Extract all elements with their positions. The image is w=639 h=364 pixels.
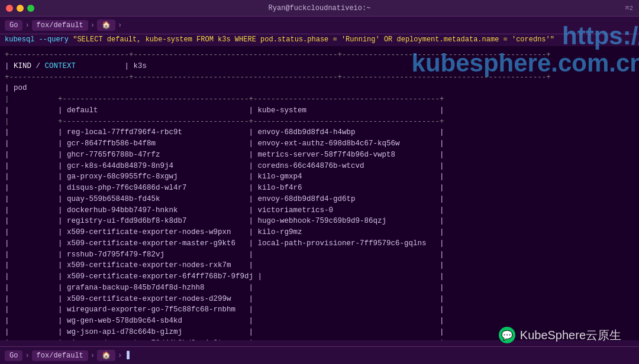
pod-row-19: | | wg-json-api-d78c664b-glzmj | | — [0, 327, 639, 338]
close-button[interactable] — [6, 5, 13, 12]
nav-bar: Go › fox/default › 🏠 › — [0, 17, 639, 34]
pod-row-14: | | x509-certificate-exporter-6f4ff768b7… — [0, 271, 639, 282]
nav-home[interactable]: 🏠 — [97, 20, 115, 31]
bottom-go-label: Go — [9, 352, 18, 360]
pod-border: | +-------------------------------------… — [0, 94, 639, 105]
command-text: kubesql --query — [5, 35, 73, 44]
bottom-home[interactable]: 🏠 — [97, 350, 115, 361]
pod-header-sep: | +-------------------------------------… — [0, 116, 639, 128]
pod-row-5: | | ga-proxy-68c9955ffc-8xgwj | kilo-gmx… — [0, 171, 639, 183]
command-bar: kubesql --query "SELECT default, kube-sy… — [0, 34, 639, 46]
window-title: Ryan@fuckcloudnativeio:~ — [269, 4, 371, 12]
cursor-prompt: ▋ — [127, 351, 131, 360]
nav-context[interactable]: fox/default — [32, 20, 88, 31]
header-sep: +---------------------------+-----------… — [0, 72, 639, 83]
pod-row-17: | | wireguard-exporter-go-7f5c88fc68-rnb… — [0, 304, 639, 316]
pod-row-4: | | gcr-k8s-644db84879-8n9j4 | coredns-6… — [0, 161, 639, 172]
maximize-button[interactable] — [27, 5, 34, 12]
bottom-context[interactable]: fox/default — [32, 350, 88, 361]
pod-row-8: | | dockerhub-94bbb7497-hnknk | victoria… — [0, 205, 639, 216]
pod-row-6: | | disqus-php-7f6c94686d-wl4r7 | kilo-b… — [0, 183, 639, 194]
pod-header: | | default | kube-system | — [0, 105, 639, 116]
command-query: "SELECT default, kube-system FROM k3s WH… — [73, 35, 554, 44]
top-border: +---------------------------+-----------… — [0, 50, 639, 61]
bottom-context-label: fox/default — [37, 352, 83, 360]
bottom-arrow-1: › — [25, 352, 29, 360]
bottom-bar: Go › fox/default › 🏠 › ▋ — [0, 346, 639, 364]
pod-label-row: | pod — [0, 83, 639, 94]
bottom-home-icon: 🏠 — [102, 351, 111, 360]
pod-row-11: | | x509-certificate-exporter-master-g9k… — [0, 238, 639, 249]
minimize-button[interactable] — [17, 5, 24, 12]
bottom-go[interactable]: Go — [5, 350, 22, 361]
header-row: | KIND / CONTEXT | k3s — [0, 61, 639, 72]
bottom-arrow-2: › — [91, 352, 95, 360]
nav-arrow-3: › — [118, 21, 122, 30]
pod-row-10: | | x509-certificate-exporter-nodes-w9px… — [0, 227, 639, 238]
context-label: fox/default — [37, 21, 83, 30]
pod-row-7: | | quay-559b65848b-fd45k | envoy-68db9d… — [0, 194, 639, 205]
pod-row-9: | | registry-ui-fdd9d6bf8-k8db7 | hugo-w… — [0, 216, 639, 227]
home-icon: 🏠 — [102, 21, 111, 30]
go-label: Go — [9, 21, 18, 30]
window-controls[interactable] — [6, 5, 34, 12]
nav-arrow-1: › — [25, 21, 29, 30]
pod-row-3: | | ghcr-7765f6788b-47rfz | metrics-serv… — [0, 150, 639, 161]
window-shortcut: ⌘2 — [625, 4, 633, 12]
bottom-arrow-3: › — [118, 352, 122, 360]
pod-row-1: | | reg-local-77ffd796f4-rbc9t | envoy-6… — [0, 127, 639, 138]
pod-row-15: | | grafana-backup-845b7d4f8d-hzhh8 | | — [0, 282, 639, 294]
pod-row-16: | | x509-certificate-exporter-nodes-d299… — [0, 294, 639, 305]
terminal-output: +---------------------------+-----------… — [0, 46, 639, 340]
pod-row-20: | | wireguard-exporter-78d44b8bd9-v4p2t … — [0, 338, 639, 341]
nav-arrow-2: › — [91, 21, 95, 30]
nav-go[interactable]: Go — [5, 20, 22, 31]
pod-row-2: | | gcr-8647ffb586-b4f8m | envoy-ext-aut… — [0, 138, 639, 150]
pod-row-13: | | x509-certificate-exporter-nodes-rxk7… — [0, 260, 639, 271]
pod-row-18: | | wg-gen-web-578db9c64-sb4kd | | — [0, 316, 639, 327]
pod-row-12: | | rsshub-7d795f479-f82vj | | — [0, 249, 639, 261]
title-bar: Ryan@fuckcloudnativeio:~ ⌘2 — [0, 0, 639, 17]
